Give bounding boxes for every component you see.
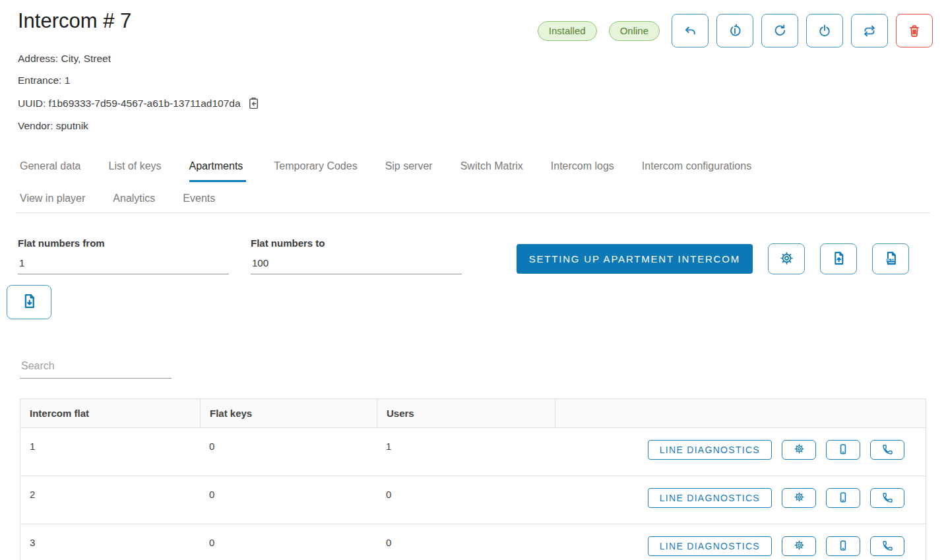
uuid-line: UUID: f1b69333-7d59-4567-a61b-13711ad107… (18, 96, 261, 110)
smartphone-icon (837, 540, 849, 553)
line-diagnostics-button[interactable]: LINE DIAGNOSTICS (648, 536, 772, 556)
flat-numbers-to-label: Flat numbers to (251, 237, 462, 249)
tab-events[interactable]: Events (183, 193, 215, 212)
row-actions: LINE DIAGNOSTICS (555, 524, 926, 560)
tab-intercom-configurations[interactable]: Intercom configurations (642, 160, 751, 182)
flat-numbers-to-input[interactable] (251, 256, 462, 274)
flat-settings-button[interactable] (782, 536, 816, 556)
tab-analytics[interactable]: Analytics (113, 193, 155, 212)
tab-list-of-keys[interactable]: List of keys (109, 160, 162, 182)
table-row: 3 0 0 LINE DIAGNOSTICS (20, 524, 926, 560)
power-icon (817, 24, 832, 38)
smartphone-icon (837, 491, 849, 505)
tab-apartments[interactable]: Apartments (189, 160, 247, 182)
copy-uuid-button[interactable] (247, 96, 261, 110)
setup-apartment-intercom-button[interactable]: SETTING UP APARTMENT INTERCOM (517, 244, 753, 274)
cell-flat-keys: 0 (200, 428, 377, 476)
download-file-button[interactable] (7, 285, 51, 319)
page-title: Intercom # 7 (18, 9, 261, 33)
tab-sip-server[interactable]: Sip server (385, 160, 433, 182)
header-actions: Installed Online (538, 14, 933, 47)
tab-bar-row-2: View in player Analytics Events (20, 193, 215, 212)
filter-actions: SETTING UP APARTMENT INTERCOM (517, 243, 909, 274)
table-header: Intercom flat Flat keys Users (20, 399, 926, 427)
file-download-icon (21, 293, 38, 311)
upload-file-button[interactable] (820, 243, 857, 274)
gear-icon (794, 443, 805, 456)
copy-icon (247, 96, 261, 110)
tab-temporary-codes[interactable]: Temporary Codes (274, 160, 357, 182)
status-badge-installed: Installed (538, 21, 597, 41)
column-actions (555, 399, 926, 427)
restart-button[interactable] (716, 14, 753, 47)
export-xlsx-button[interactable]: XLSX (872, 243, 909, 274)
tab-view-in-player[interactable]: View in player (20, 193, 85, 212)
delete-button[interactable] (896, 14, 933, 47)
gear-icon (794, 491, 805, 505)
column-intercom-flat: Intercom flat (20, 399, 200, 427)
restart-icon (728, 24, 742, 38)
address-line: Address: City, Street (18, 53, 261, 65)
gear-icon (794, 540, 805, 553)
call-button[interactable] (870, 440, 904, 460)
undo-button[interactable] (672, 14, 709, 47)
trash-icon (907, 24, 922, 38)
row-actions: LINE DIAGNOSTICS (555, 428, 926, 476)
row-actions: LINE DIAGNOSTICS (555, 476, 926, 524)
refresh-icon (773, 24, 787, 38)
column-flat-keys: Flat keys (200, 399, 377, 427)
tab-switch-matrix[interactable]: Switch Matrix (460, 160, 523, 182)
cell-users: 1 (377, 428, 555, 476)
repeat-button[interactable] (851, 14, 888, 47)
cell-intercom-flat: 3 (20, 524, 200, 560)
entrance-line: Entrance: 1 (18, 75, 261, 86)
repeat-icon (862, 24, 877, 38)
file-upload-icon (831, 251, 846, 268)
tab-bar-row-1: General data List of keys Apartments Tem… (20, 160, 751, 182)
undo-icon (683, 24, 697, 38)
call-button[interactable] (870, 536, 904, 556)
header: Intercom # 7 Address: City, Street Entra… (18, 9, 261, 142)
flat-numbers-from-field: Flat numbers from (18, 237, 229, 274)
phone-icon (881, 443, 893, 457)
refresh-button[interactable] (761, 14, 798, 47)
flat-numbers-from-label: Flat numbers from (18, 237, 229, 249)
column-users: Users (377, 399, 555, 427)
uuid-text: UUID: f1b69333-7d59-4567-a61b-13711ad107… (18, 98, 241, 109)
gear-icon (779, 251, 794, 268)
cell-flat-keys: 0 (200, 476, 377, 524)
cell-intercom-flat: 2 (20, 476, 200, 524)
smartphone-icon (837, 443, 849, 457)
flat-numbers-from-input[interactable] (18, 256, 229, 274)
call-button[interactable] (870, 488, 904, 508)
line-diagnostics-button[interactable]: LINE DIAGNOSTICS (648, 488, 772, 508)
svg-text:XLSX: XLSX (887, 259, 895, 262)
tabs-divider (16, 212, 930, 213)
cell-flat-keys: 0 (200, 524, 377, 560)
phone-icon (881, 491, 893, 505)
flat-settings-button[interactable] (782, 440, 816, 460)
line-diagnostics-button[interactable]: LINE DIAGNOSTICS (648, 440, 772, 460)
tab-intercom-logs[interactable]: Intercom logs (551, 160, 614, 182)
search-input[interactable] (20, 356, 172, 379)
flat-settings-button[interactable] (782, 488, 816, 508)
cell-users: 0 (377, 476, 555, 524)
intercom-detail-page: Intercom # 7 Address: City, Street Entra… (0, 0, 946, 560)
apartment-settings-button[interactable] (768, 243, 805, 274)
flat-numbers-to-field: Flat numbers to (251, 237, 462, 274)
search-field (20, 356, 172, 379)
mobile-app-button[interactable] (826, 440, 860, 460)
status-badge-online: Online (609, 21, 660, 41)
cell-users: 0 (377, 524, 555, 560)
phone-icon (881, 540, 893, 553)
file-xlsx-icon: XLSX (883, 251, 899, 268)
cell-intercom-flat: 1 (20, 428, 200, 476)
table-row: 1 0 1 LINE DIAGNOSTICS (20, 427, 926, 476)
power-button[interactable] (806, 14, 843, 47)
vendor-line: Vendor: sputnik (18, 120, 261, 132)
mobile-app-button[interactable] (826, 536, 860, 556)
tab-general-data[interactable]: General data (20, 160, 81, 182)
apartments-table: Intercom flat Flat keys Users 1 0 1 LINE… (20, 398, 926, 560)
table-row: 2 0 0 LINE DIAGNOSTICS (20, 476, 926, 524)
mobile-app-button[interactable] (826, 488, 860, 508)
